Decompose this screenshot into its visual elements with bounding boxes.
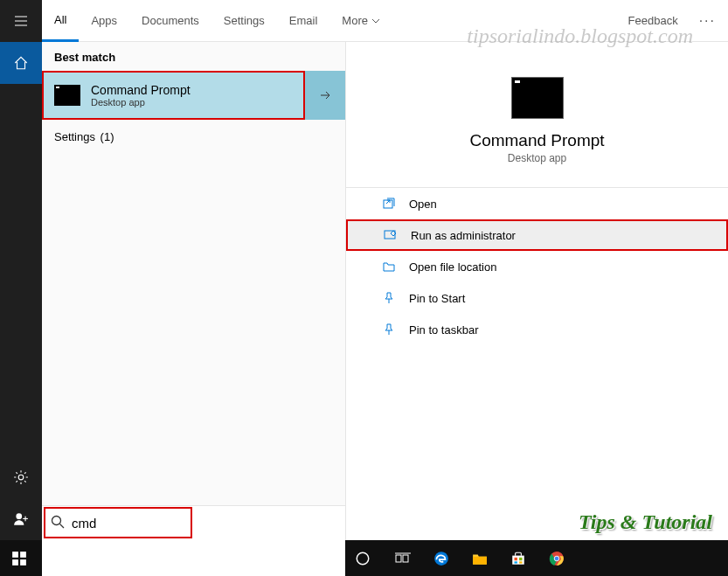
- pin-start-icon: [381, 290, 397, 306]
- action-pin-taskbar-label: Pin to taskbar: [409, 323, 479, 337]
- open-icon: [381, 196, 397, 212]
- gear-icon[interactable]: [0, 456, 42, 498]
- search-input[interactable]: [72, 516, 336, 531]
- start-button[interactable]: [0, 540, 38, 576]
- action-open[interactable]: Open: [346, 188, 728, 219]
- tab-more[interactable]: More: [329, 0, 392, 42]
- best-match-label: Best match: [42, 42, 345, 71]
- action-open-location-label: Open file location: [409, 260, 496, 274]
- user-icon[interactable]: [0, 498, 42, 540]
- tab-apps[interactable]: Apps: [79, 0, 129, 42]
- settings-count: (1): [101, 130, 114, 143]
- action-pin-start-label: Pin to Start: [409, 292, 465, 305]
- action-pin-to-start[interactable]: Pin to Start: [346, 282, 728, 314]
- result-subtitle: Desktop app: [91, 97, 191, 108]
- expand-arrow-icon[interactable]: [305, 71, 345, 120]
- filter-tabs: All Apps Documents Settings Email More F…: [42, 0, 728, 42]
- svg-rect-18: [473, 556, 487, 564]
- action-run-as-administrator[interactable]: Run as administrator: [346, 219, 728, 251]
- svg-line-28: [60, 524, 65, 528]
- taskbar-search-area: [42, 540, 345, 576]
- hamburger-icon[interactable]: [0, 0, 42, 42]
- svg-rect-22: [515, 561, 517, 563]
- task-view-button[interactable]: [384, 540, 422, 576]
- svg-rect-23: [519, 561, 522, 563]
- taskbar: [0, 540, 728, 576]
- cortana-button[interactable]: [342, 540, 384, 576]
- svg-rect-15: [403, 555, 408, 562]
- settings-label: Settings: [54, 130, 95, 143]
- file-explorer[interactable]: [461, 540, 499, 576]
- svg-point-13: [357, 552, 369, 565]
- svg-rect-20: [515, 557, 517, 559]
- action-list: Open Run as administrator Open file loca…: [346, 188, 728, 345]
- action-open-file-location[interactable]: Open file location: [346, 251, 728, 282]
- svg-rect-11: [12, 559, 18, 566]
- cmd-icon-large: [511, 77, 564, 119]
- more-options-icon[interactable]: ···: [687, 13, 728, 29]
- result-command-prompt[interactable]: Command Prompt Desktop app: [42, 71, 305, 120]
- action-open-label: Open: [409, 198, 437, 211]
- details-pane: Command Prompt Desktop app Open Run as a…: [345, 42, 728, 540]
- results-pane: Best match Command Prompt Desktop app Se…: [42, 42, 345, 540]
- tab-more-label: More: [342, 14, 368, 27]
- feedback-link[interactable]: Feedback: [620, 14, 687, 27]
- home-icon[interactable]: [0, 42, 42, 84]
- svg-rect-9: [12, 552, 18, 558]
- tab-email[interactable]: Email: [277, 0, 330, 42]
- result-title: Command Prompt: [91, 83, 191, 97]
- search-bar[interactable]: [42, 505, 345, 540]
- svg-rect-8: [385, 231, 395, 239]
- tab-all[interactable]: All: [42, 0, 79, 42]
- chevron-down-icon: [371, 17, 380, 25]
- action-pin-to-taskbar[interactable]: Pin to taskbar: [346, 314, 728, 345]
- folder-icon: [381, 259, 397, 274]
- tab-settings[interactable]: Settings: [211, 0, 277, 42]
- svg-point-3: [18, 475, 24, 480]
- search-icon: [51, 515, 65, 532]
- tab-documents[interactable]: Documents: [129, 0, 211, 42]
- cortana-sidebar: [0, 0, 42, 540]
- svg-point-4: [16, 513, 22, 519]
- svg-rect-12: [20, 559, 26, 566]
- microsoft-store[interactable]: [499, 540, 537, 576]
- admin-icon: [383, 227, 399, 243]
- svg-rect-6: [25, 517, 26, 522]
- svg-rect-19: [512, 555, 524, 564]
- cmd-icon: [54, 85, 80, 106]
- svg-rect-21: [519, 557, 522, 559]
- detail-title: Command Prompt: [469, 131, 604, 150]
- action-run-admin-label: Run as administrator: [411, 229, 516, 242]
- chrome-browser[interactable]: [537, 540, 576, 576]
- pin-taskbar-icon: [381, 322, 397, 337]
- svg-point-27: [52, 516, 61, 524]
- svg-rect-14: [396, 555, 401, 562]
- edge-browser[interactable]: [422, 540, 461, 576]
- settings-category[interactable]: Settings (1): [42, 120, 345, 154]
- detail-subtitle: Desktop app: [508, 152, 566, 164]
- svg-rect-10: [20, 552, 26, 558]
